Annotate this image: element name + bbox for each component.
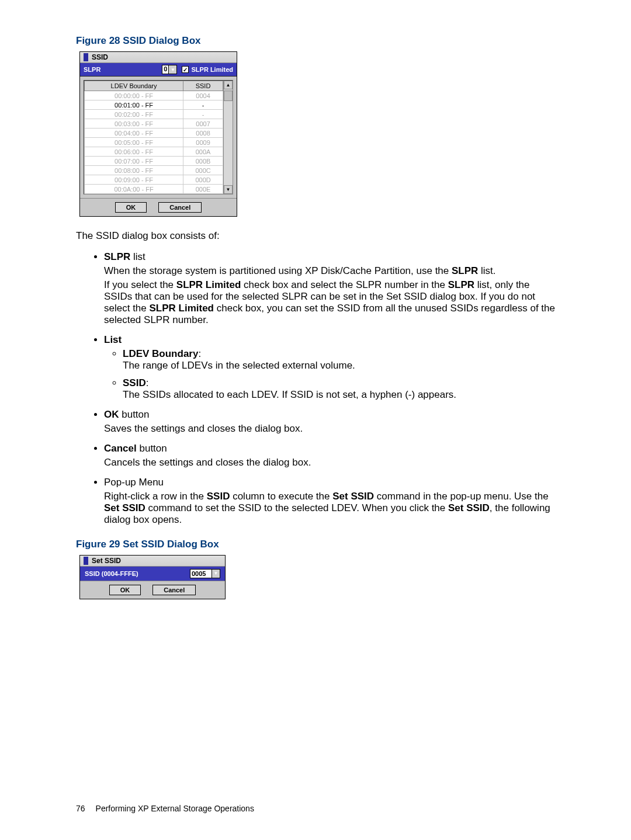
slpr-select[interactable]: 0 [162, 65, 169, 74]
set-ssid-title: Set SSID [92, 557, 121, 565]
table-row[interactable]: 00:05:00 - FF0009 [85, 138, 223, 147]
bullet-list: SLPR list When the storage system is par… [104, 251, 555, 526]
bullet-ssid: SSID: The SSIDs allocated to each LDEV. … [123, 377, 555, 401]
scroll-up-icon[interactable]: ▲ [224, 81, 233, 89]
table-row[interactable]: 00:03:00 - FF0007 [85, 119, 223, 129]
table-row[interactable]: 00:07:00 - FF000B [85, 157, 223, 166]
cell-ssid[interactable]: 000B [183, 157, 223, 166]
cell-ldev: 00:09:00 - FF [85, 175, 183, 185]
bullet-ok: OK button Saves the settings and closes … [104, 409, 555, 435]
table-row[interactable]: 00:08:00 - FF000C [85, 166, 223, 175]
cell-ssid[interactable]: 000A [183, 147, 223, 157]
cell-ldev: 00:06:00 - FF [85, 147, 183, 157]
intro-text: The SSID dialog box consists of: [76, 230, 555, 243]
col-ldev-boundary: LDEV Boundary [85, 81, 183, 91]
figure-29-caption: Figure 29 Set SSID Dialog Box [76, 539, 555, 550]
bullet-ldev-boundary: LDEV Boundary: The range of LDEVs in the… [123, 348, 555, 372]
ldev-table: LDEV Boundary SSID 00:00:00 - FF000400:0… [84, 81, 223, 194]
cell-ssid[interactable]: 0008 [183, 129, 223, 138]
table-row[interactable]: 00:0A:00 - FF000E [85, 185, 223, 194]
slpr-limited-checkbox[interactable]: ✓ [182, 66, 189, 73]
set-ssid-input[interactable]: 0005 [190, 569, 212, 578]
page-footer: 76 Performing XP External Storage Operat… [76, 804, 254, 813]
scrollbar[interactable]: ▲ ▼ [223, 81, 233, 194]
page-number: 76 [76, 804, 85, 813]
cell-ssid[interactable]: 0004 [183, 91, 223, 100]
cell-ldev: 00:0A:00 - FF [85, 185, 183, 194]
scroll-down-icon[interactable]: ▼ [224, 185, 233, 194]
set-ssid-title-bar: Set SSID [80, 556, 225, 567]
cell-ldev: 00:04:00 - FF [85, 129, 183, 138]
table-row[interactable]: 00:09:00 - FF000D [85, 175, 223, 185]
bullet-cancel: Cancel button Cancels the settings and c… [104, 443, 555, 468]
cell-ldev: 00:03:00 - FF [85, 119, 183, 129]
table-row[interactable]: 00:00:00 - FF0004 [85, 91, 223, 100]
scroll-thumb[interactable] [224, 91, 233, 101]
ssid-dialog-title-bar: SSID [80, 52, 237, 63]
slpr-row: SLPR 0 ▼ ✓ SLPR Limited [80, 63, 237, 77]
figure-28-caption: Figure 28 SSID Dialog Box [76, 35, 555, 47]
cell-ldev: 00:05:00 - FF [85, 138, 183, 147]
cell-ldev: 00:00:00 - FF [85, 91, 183, 100]
slpr-limited-label: SLPR Limited [191, 66, 233, 73]
set-ssid-label: SSID (0004-FFFE) [85, 570, 138, 577]
cancel-button[interactable]: Cancel [152, 585, 196, 595]
bullet-popup: Pop-up Menu Right-click a row in the SSI… [104, 477, 555, 526]
chevron-down-icon[interactable]: ▼ [212, 569, 220, 578]
title-swatch [84, 557, 88, 565]
set-ssid-dialog: Set SSID SSID (0004-FFFE) 0005 ▼ OK Canc… [79, 555, 226, 599]
table-row[interactable]: 00:02:00 - FF- [85, 110, 223, 119]
cell-ssid[interactable]: 0009 [183, 138, 223, 147]
slpr-label: SLPR [84, 66, 100, 73]
col-ssid: SSID [183, 81, 223, 91]
section-title: Performing XP External Storage Operation… [96, 804, 254, 813]
cell-ldev: 00:08:00 - FF [85, 166, 183, 175]
ok-button[interactable]: OK [115, 202, 147, 213]
cell-ssid[interactable]: - [183, 100, 223, 110]
table-row[interactable]: 00:01:00 - FF- [85, 100, 223, 110]
ssid-dialog-title: SSID [92, 53, 108, 61]
ok-button[interactable]: OK [109, 585, 141, 595]
table-row[interactable]: 00:06:00 - FF000A [85, 147, 223, 157]
cell-ssid[interactable]: - [183, 110, 223, 119]
bullet-slpr: SLPR list When the storage system is par… [104, 251, 555, 326]
cell-ssid[interactable]: 000C [183, 166, 223, 175]
chevron-down-icon[interactable]: ▼ [169, 65, 177, 74]
table-row[interactable]: 00:04:00 - FF0008 [85, 129, 223, 138]
title-swatch [84, 53, 88, 61]
cell-ldev: 00:01:00 - FF [85, 100, 183, 110]
ssid-dialog: SSID SLPR 0 ▼ ✓ SLPR Limited LDEV Bounda… [79, 51, 237, 217]
cancel-button[interactable]: Cancel [158, 202, 202, 213]
cell-ssid[interactable]: 000D [183, 175, 223, 185]
bullet-list-item: List LDEV Boundary: The range of LDEVs i… [104, 334, 555, 401]
cell-ssid[interactable]: 000E [183, 185, 223, 194]
cell-ldev: 00:02:00 - FF [85, 110, 183, 119]
cell-ssid[interactable]: 0007 [183, 119, 223, 129]
cell-ldev: 00:07:00 - FF [85, 157, 183, 166]
